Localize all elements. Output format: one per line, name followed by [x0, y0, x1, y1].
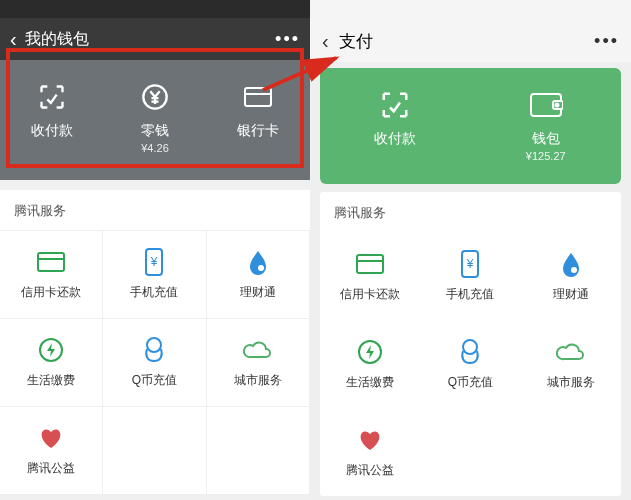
card-icon: [243, 82, 273, 112]
heart-ribbon-icon: [357, 426, 383, 454]
phone-yen-icon: ¥: [460, 250, 480, 278]
service-city[interactable]: 城市服务: [207, 319, 310, 407]
service-licaitong[interactable]: 理财通: [521, 232, 621, 320]
page-title: 支付: [339, 30, 594, 53]
service-utilities[interactable]: 生活缴费: [320, 320, 420, 408]
service-utilities[interactable]: 生活缴费: [0, 319, 103, 407]
hero-pay-collect[interactable]: 收付款: [320, 90, 471, 162]
wallet-icon: [529, 90, 563, 120]
empty-cell: [420, 408, 520, 496]
service-charity[interactable]: 腾讯公益: [0, 407, 103, 495]
yen-circle-icon: [141, 82, 169, 112]
card-green-icon: [356, 250, 384, 278]
wallet-hero: 收付款 零钱 ¥4.26 银行卡: [0, 60, 310, 180]
penguin-icon: [459, 338, 481, 366]
service-credit-card[interactable]: 信用卡还款: [320, 232, 420, 320]
phone-new: ‹ 支付 ••• 收付款 钱包 ¥125.27: [310, 0, 631, 500]
svg-point-18: [571, 267, 577, 273]
hero-label: 收付款: [374, 130, 416, 148]
empty-cell: [103, 407, 206, 495]
svg-rect-1: [245, 88, 271, 106]
hero-pay-collect[interactable]: 收付款: [0, 82, 103, 154]
services-grid: 信用卡还款 ¥ 手机充值 理财通 生活缴费: [320, 232, 621, 496]
svg-text:¥: ¥: [466, 257, 474, 271]
hero-label: 收付款: [31, 122, 73, 140]
svg-point-13: [555, 104, 558, 107]
service-phone-topup[interactable]: ¥ 手机充值: [420, 232, 520, 320]
service-licaitong[interactable]: 理财通: [207, 231, 310, 319]
service-qcoin[interactable]: Q币充值: [420, 320, 520, 408]
phone-yen-icon: ¥: [144, 248, 164, 276]
hero-label: 银行卡: [237, 122, 279, 140]
hero-balance[interactable]: 零钱 ¥4.26: [103, 82, 206, 154]
scan-frame-icon: [38, 82, 66, 112]
drop-icon: [559, 250, 583, 278]
tencent-services-block: 腾讯服务 信用卡还款 ¥ 手机充值 理财通: [320, 192, 621, 496]
hero-bank-cards[interactable]: 银行卡: [207, 82, 310, 154]
back-icon[interactable]: ‹: [10, 28, 17, 51]
status-bar: [0, 0, 310, 18]
svg-rect-3: [38, 253, 64, 271]
service-qcoin[interactable]: Q币充值: [103, 319, 206, 407]
heart-ribbon-icon: [38, 424, 64, 452]
hero-label: 钱包: [532, 130, 560, 148]
section-header-tencent: 腾讯服务: [320, 192, 621, 232]
empty-cell: [207, 407, 310, 495]
bolt-circle-icon: [357, 338, 383, 366]
service-phone-topup[interactable]: ¥ 手机充值: [103, 231, 206, 319]
svg-point-7: [258, 265, 264, 271]
nav-bar: ‹ 支付 •••: [310, 20, 631, 62]
phone-old: ‹ 我的钱包 ••• 收付款 零钱 ¥4.26: [0, 0, 310, 500]
service-charity[interactable]: 腾讯公益: [320, 408, 420, 496]
cloud-gear-icon: [556, 338, 586, 366]
hero-wallet[interactable]: 钱包 ¥125.27: [471, 90, 622, 162]
empty-cell: [521, 408, 621, 496]
card-green-icon: [37, 248, 65, 276]
hero-balance-amount: ¥4.26: [141, 142, 169, 154]
wallet-card: 收付款 钱包 ¥125.27: [320, 68, 621, 184]
services-grid: 信用卡还款 ¥ 手机充值 理财通 生活缴费 Q币充值: [0, 231, 310, 495]
drop-icon: [246, 248, 270, 276]
svg-rect-14: [357, 255, 383, 273]
service-city[interactable]: 城市服务: [521, 320, 621, 408]
more-icon[interactable]: •••: [594, 31, 619, 52]
section-header-tencent: 腾讯服务: [0, 190, 310, 231]
hero-label: 零钱: [141, 122, 169, 140]
service-credit-card[interactable]: 信用卡还款: [0, 231, 103, 319]
nav-bar: ‹ 我的钱包 •••: [0, 18, 310, 60]
more-icon[interactable]: •••: [275, 29, 300, 50]
bolt-circle-icon: [38, 336, 64, 364]
penguin-icon: [143, 336, 165, 364]
scan-frame-icon: [380, 90, 410, 120]
hero-wallet-amount: ¥125.27: [526, 150, 566, 162]
page-title: 我的钱包: [25, 29, 275, 50]
status-bar: [310, 0, 631, 20]
back-icon[interactable]: ‹: [322, 30, 329, 53]
svg-point-9: [147, 338, 161, 352]
svg-text:¥: ¥: [150, 255, 158, 269]
svg-point-20: [463, 340, 477, 354]
cloud-gear-icon: [243, 336, 273, 364]
